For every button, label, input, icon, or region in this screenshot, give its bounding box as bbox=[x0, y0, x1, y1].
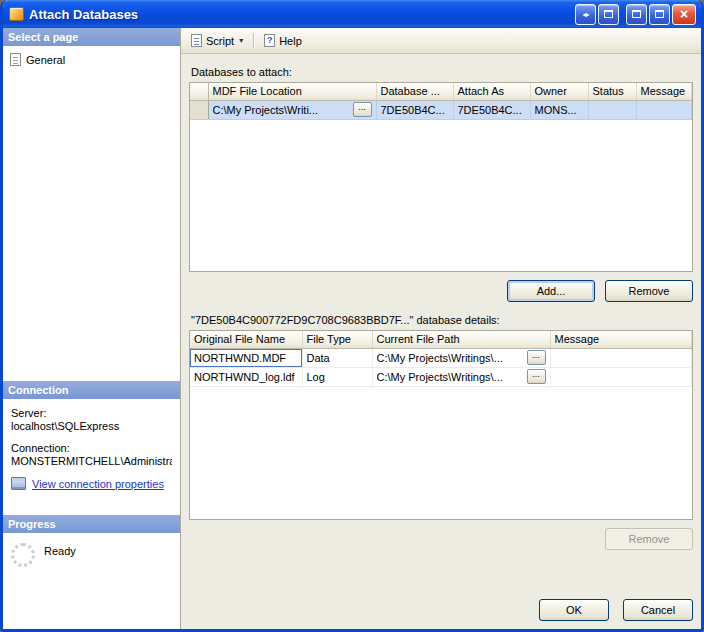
table-row[interactable]: C:\My Projects\Writi... ... 7DE50B4C... … bbox=[190, 100, 692, 119]
progress-panel: Ready bbox=[3, 533, 180, 629]
script-icon bbox=[191, 34, 202, 47]
titlebar[interactable]: Attach Databases ◂▸ × bbox=[3, 0, 701, 28]
script-button[interactable]: Script ▾ bbox=[185, 32, 249, 49]
owner-cell[interactable]: MONS... bbox=[530, 100, 588, 119]
help-icon: ? bbox=[264, 34, 275, 47]
mdf-file-location-cell[interactable]: C:\My Projects\Writi... ... bbox=[208, 100, 376, 119]
connection-label: Connection: bbox=[11, 442, 172, 454]
attach-as-cell[interactable]: 7DE50B4C... bbox=[453, 100, 530, 119]
browse-button[interactable]: ... bbox=[353, 102, 372, 117]
column-header[interactable]: Current File Path bbox=[372, 331, 550, 348]
database-details-grid[interactable]: Original File Name File Type Current Fil… bbox=[189, 330, 693, 520]
details-grid-header: Original File Name File Type Current Fil… bbox=[190, 331, 692, 348]
main-panel: Script ▾ ? Help Databases to attach: bbox=[181, 28, 701, 629]
sidebar: Select a page General Connection Server:… bbox=[3, 28, 181, 629]
select-a-page-panel: General bbox=[3, 46, 180, 381]
column-header[interactable]: Original File Name bbox=[190, 331, 302, 348]
databases-to-attach-grid[interactable]: MDF File Location Database ... Attach As… bbox=[189, 82, 693, 272]
row-selector-header bbox=[190, 83, 208, 100]
connection-header: Connection bbox=[3, 381, 180, 399]
column-header[interactable]: File Type bbox=[302, 331, 372, 348]
original-file-name-cell[interactable]: NORTHWND_log.ldf bbox=[190, 367, 302, 386]
dock-arrows-icon: ◂▸ bbox=[582, 10, 588, 19]
toolbar: Script ▾ ? Help bbox=[181, 28, 701, 54]
chevron-down-icon: ▾ bbox=[239, 36, 243, 45]
column-header[interactable]: Owner bbox=[530, 83, 588, 100]
column-header[interactable]: Attach As bbox=[453, 83, 530, 100]
help-button-label: Help bbox=[279, 35, 302, 47]
minimize-icon bbox=[632, 10, 641, 18]
content-area: Databases to attach: MDF File Location D… bbox=[181, 54, 701, 629]
current-file-path-cell[interactable]: C:\My Projects\Writings\... ... bbox=[372, 348, 550, 367]
progress-spinner-icon bbox=[11, 543, 35, 567]
column-header[interactable]: Status bbox=[588, 83, 636, 100]
window-title: Attach Databases bbox=[29, 7, 570, 22]
column-header[interactable]: MDF File Location bbox=[208, 83, 376, 100]
remove-details-button[interactable]: Remove bbox=[605, 528, 693, 550]
column-header[interactable]: Message bbox=[636, 83, 692, 100]
connection-value: MONSTERMITCHELL\Administra bbox=[11, 455, 172, 467]
script-button-label: Script bbox=[206, 35, 234, 47]
close-icon: × bbox=[680, 6, 688, 22]
mdf-file-location-value: C:\My Projects\Writi... bbox=[213, 104, 350, 116]
browse-button[interactable]: ... bbox=[527, 350, 546, 365]
ok-button[interactable]: OK bbox=[539, 599, 609, 621]
file-type-cell[interactable]: Data bbox=[302, 348, 372, 367]
progress-status: Ready bbox=[44, 543, 76, 557]
toolbar-separator bbox=[253, 33, 254, 49]
select-a-page-header: Select a page bbox=[3, 28, 180, 46]
attach-grid-header: MDF File Location Database ... Attach As… bbox=[190, 83, 692, 100]
current-file-path-value: C:\My Projects\Writings\... bbox=[377, 371, 524, 383]
message-cell[interactable] bbox=[550, 367, 692, 386]
connection-panel: Server: localhost\SQLExpress Connection:… bbox=[3, 399, 180, 515]
table-row[interactable]: NORTHWND_log.ldf Log C:\My Projects\Writ… bbox=[190, 367, 692, 386]
cancel-button[interactable]: Cancel bbox=[623, 599, 693, 621]
databases-to-attach-label: Databases to attach: bbox=[191, 66, 693, 78]
minimize-button[interactable] bbox=[626, 4, 647, 25]
row-selector-cell[interactable] bbox=[190, 100, 208, 119]
current-file-path-value: C:\My Projects\Writings\... bbox=[377, 352, 524, 364]
close-button[interactable]: × bbox=[672, 4, 696, 25]
message-cell[interactable] bbox=[636, 100, 692, 119]
column-header[interactable]: Message bbox=[550, 331, 692, 348]
file-type-cell[interactable]: Log bbox=[302, 367, 372, 386]
current-file-path-cell[interactable]: C:\My Projects\Writings\... ... bbox=[372, 367, 550, 386]
sidebar-item-general[interactable]: General bbox=[5, 50, 178, 69]
page-icon bbox=[10, 53, 21, 66]
sidebar-item-label: General bbox=[26, 54, 65, 66]
table-row[interactable]: NORTHWND.MDF Data C:\My Projects\Writing… bbox=[190, 348, 692, 367]
status-cell[interactable] bbox=[588, 100, 636, 119]
add-button[interactable]: Add... bbox=[507, 280, 595, 302]
restore-icon bbox=[604, 10, 613, 18]
column-header[interactable]: Database ... bbox=[376, 83, 453, 100]
connection-properties-icon bbox=[11, 477, 26, 490]
database-cell[interactable]: 7DE50B4C... bbox=[376, 100, 453, 119]
help-button[interactable]: ? Help bbox=[258, 32, 308, 49]
maximize-button[interactable] bbox=[649, 4, 670, 25]
dock-arrows-button[interactable]: ◂▸ bbox=[575, 4, 596, 25]
attach-database-icon bbox=[9, 7, 24, 21]
restore-button[interactable] bbox=[598, 4, 619, 25]
attach-databases-dialog: Attach Databases ◂▸ × Select a page Gene… bbox=[0, 0, 704, 632]
database-details-label: "7DE50B4C900772FD9C708C9683BBD7F..." dat… bbox=[191, 314, 693, 326]
window-controls: ◂▸ × bbox=[575, 4, 696, 25]
remove-button[interactable]: Remove bbox=[605, 280, 693, 302]
server-label: Server: bbox=[11, 407, 172, 419]
original-file-name-cell[interactable]: NORTHWND.MDF bbox=[190, 348, 302, 367]
progress-header: Progress bbox=[3, 515, 180, 533]
server-value: localhost\SQLExpress bbox=[11, 420, 172, 432]
message-cell[interactable] bbox=[550, 348, 692, 367]
view-connection-properties-link[interactable]: View connection properties bbox=[32, 478, 164, 490]
browse-button[interactable]: ... bbox=[527, 369, 546, 384]
maximize-icon bbox=[655, 10, 664, 18]
